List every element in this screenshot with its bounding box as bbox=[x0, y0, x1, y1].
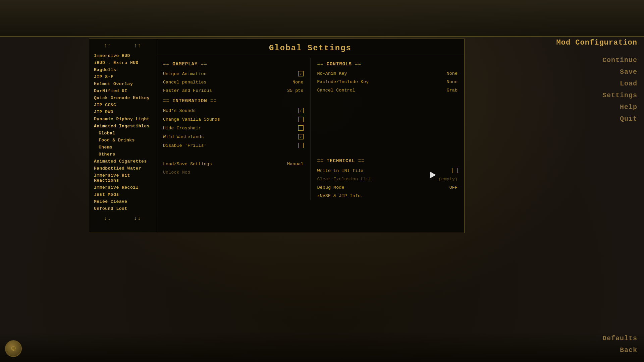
vanilla-sounds-row: Change Vanilla Sounds bbox=[163, 115, 304, 124]
cancel-control-value[interactable]: Grab bbox=[437, 88, 458, 93]
top-decorative-bar bbox=[0, 0, 644, 37]
write-ini-checkbox[interactable] bbox=[452, 168, 458, 173]
clear-exclusion-value: (empty) bbox=[437, 177, 458, 182]
mods-sounds-label: Mod's Sounds bbox=[163, 108, 298, 113]
continue-button[interactable]: Continue bbox=[602, 55, 637, 65]
mod-list-item[interactable]: Immersive Hit Reactions bbox=[89, 172, 156, 184]
mod-list-item[interactable]: Food & Drinks bbox=[89, 137, 156, 144]
mod-list-item[interactable]: Quick Grenade Hotkey bbox=[89, 95, 156, 102]
controls-header: == CONTROLS == bbox=[317, 61, 458, 67]
scroll-up-header: ↑↑ ↑↑ bbox=[89, 42, 156, 52]
mod-list-item[interactable]: Immersive Recoil bbox=[89, 184, 156, 191]
faster-furious-row: Faster and Furious 35 pts bbox=[163, 86, 304, 95]
mod-list-item[interactable]: Helmet Overlay bbox=[89, 80, 156, 87]
save-button[interactable]: Save bbox=[620, 67, 637, 77]
mod-list-item[interactable]: Chems bbox=[89, 144, 156, 151]
vault-boy-face: ☺ bbox=[11, 345, 15, 353]
defaults-button[interactable]: Defaults bbox=[602, 333, 637, 344]
debug-mode-row: Debug Mode OFF bbox=[317, 183, 458, 192]
settings-right-col: == CONTROLS == No-Anim Key None Exclude/… bbox=[311, 58, 465, 200]
mod-list-item[interactable]: DarNified UI bbox=[89, 87, 156, 95]
load-save-row: Load/Save Settings Manual bbox=[163, 160, 304, 168]
cancel-penalties-label: Cancel penalties bbox=[163, 80, 283, 85]
write-ini-label: Write In INI file bbox=[317, 168, 452, 173]
exclude-include-key-row: Exclude/Include Key None bbox=[317, 78, 458, 86]
bottom-decorative-bar bbox=[0, 332, 644, 362]
mod-list-item[interactable]: iHUD : Extra HUD bbox=[89, 59, 156, 66]
mod-list-item[interactable]: Handbottled Water bbox=[89, 165, 156, 172]
load-button[interactable]: Load bbox=[620, 78, 637, 89]
integration-header: == INTEGRATION == bbox=[163, 98, 304, 104]
help-button[interactable]: Help bbox=[620, 102, 637, 112]
cancel-penalties-row: Cancel penalties None bbox=[163, 78, 304, 86]
wild-wastelands-row: Wild Wastelands bbox=[163, 132, 304, 141]
mod-list-item[interactable]: Unfound Loot bbox=[89, 205, 156, 212]
unique-animation-label: Unique Animation bbox=[163, 71, 298, 76]
xnvse-info-label: xNVSE & JIP Info. bbox=[317, 193, 458, 198]
scroll-up-left-icon[interactable]: ↑↑ bbox=[104, 43, 111, 49]
mod-list-item[interactable]: Dynamic Pipboy Light bbox=[89, 116, 156, 123]
mod-list-item[interactable]: Just Mods bbox=[89, 191, 156, 198]
gameplay-header: == GAMEPLAY == bbox=[163, 61, 304, 67]
vault-boy-icon: ☺ bbox=[5, 340, 22, 357]
mod-list-panel: ↑↑ ↑↑ Immersive HUD iHUD : Extra HUD Rag… bbox=[89, 39, 156, 233]
mod-list-item[interactable]: JIP S-F bbox=[89, 73, 156, 80]
debug-mode-label: Debug Mode bbox=[317, 185, 438, 190]
write-ini-row: Write In INI file bbox=[317, 166, 458, 175]
right-sidebar: Mod Configuration Continue Save Load Set… bbox=[556, 39, 637, 124]
mod-list-item[interactable]: Others bbox=[89, 151, 156, 158]
mod-configuration-title: Mod Configuration bbox=[556, 39, 637, 47]
faster-furious-value[interactable]: 35 pts bbox=[283, 88, 304, 93]
unique-animation-row: Unique Animation bbox=[163, 69, 304, 78]
vanilla-sounds-label: Change Vanilla Sounds bbox=[163, 117, 298, 122]
xnvse-info-row: xNVSE & JIP Info. bbox=[317, 192, 458, 200]
clear-exclusion-label: Clear Exclusion List bbox=[317, 177, 438, 182]
load-save-label: Load/Save Settings bbox=[163, 162, 283, 167]
back-button[interactable]: Back bbox=[620, 345, 637, 355]
settings-button[interactable]: Settings bbox=[602, 90, 637, 101]
mod-list-item[interactable]: JIP RWO bbox=[89, 109, 156, 116]
wild-wastelands-checkbox[interactable] bbox=[298, 134, 304, 139]
clear-exclusion-row: Clear Exclusion List (empty) bbox=[317, 175, 458, 183]
technical-header: == TECHNICAL == bbox=[317, 158, 458, 164]
unlock-mod-row: Unlock Mod bbox=[163, 168, 304, 177]
bottom-right-buttons: Defaults Back bbox=[602, 333, 637, 355]
mod-list-item[interactable]: JIP CC&C bbox=[89, 102, 156, 109]
debug-mode-value[interactable]: OFF bbox=[437, 185, 458, 190]
mods-sounds-checkbox[interactable] bbox=[298, 108, 304, 113]
mod-list-item[interactable]: Melee Cleave bbox=[89, 198, 156, 205]
unique-animation-checkbox[interactable] bbox=[298, 71, 304, 76]
exclude-include-key-value[interactable]: None bbox=[437, 79, 458, 84]
disable-frills-label: Disable 'Frills' bbox=[163, 143, 298, 148]
settings-columns: == GAMEPLAY == Unique Animation Cancel p… bbox=[156, 56, 464, 202]
mod-list-item[interactable]: Ragdolls bbox=[89, 66, 156, 73]
settings-left-col: == GAMEPLAY == Unique Animation Cancel p… bbox=[156, 58, 311, 200]
scroll-up-right-icon[interactable]: ↑↑ bbox=[134, 43, 142, 49]
scroll-down-right-icon[interactable]: ↓↓ bbox=[134, 216, 142, 222]
faster-furious-label: Faster and Furious bbox=[163, 88, 283, 93]
vanilla-sounds-checkbox[interactable] bbox=[298, 117, 304, 122]
mod-list-item[interactable]: Animated Cigarettes bbox=[89, 158, 156, 165]
scroll-down-left-icon[interactable]: ↓↓ bbox=[104, 216, 111, 222]
load-save-value[interactable]: Manual bbox=[283, 162, 304, 167]
unlock-mod-label: Unlock Mod bbox=[163, 170, 304, 175]
scroll-down-footer: ↓↓ ↓↓ bbox=[89, 212, 156, 223]
no-anim-key-label: No-Anim Key bbox=[317, 71, 438, 76]
wild-wastelands-label: Wild Wastelands bbox=[163, 134, 298, 139]
quit-button[interactable]: Quit bbox=[620, 114, 637, 124]
mod-list-item[interactable]: Immersive HUD bbox=[89, 52, 156, 59]
hide-crosshair-label: Hide Crosshair bbox=[163, 126, 298, 131]
hide-crosshair-row: Hide Crosshair bbox=[163, 124, 304, 132]
settings-title: Global Settings bbox=[156, 39, 464, 56]
mod-list-item[interactable]: Global bbox=[89, 130, 156, 137]
no-anim-key-value[interactable]: None bbox=[437, 71, 458, 76]
cancel-control-label: Cancel Control bbox=[317, 88, 438, 93]
disable-frills-checkbox[interactable] bbox=[298, 143, 304, 148]
cancel-control-row: Cancel Control Grab bbox=[317, 86, 458, 95]
cancel-penalties-value[interactable]: None bbox=[283, 80, 304, 85]
mod-list-item[interactable]: Animated Ingestibles bbox=[89, 123, 156, 130]
settings-panel: Global Settings == GAMEPLAY == Unique An… bbox=[156, 39, 465, 233]
hide-crosshair-checkbox[interactable] bbox=[298, 125, 304, 131]
disable-frills-row: Disable 'Frills' bbox=[163, 141, 304, 150]
exclude-include-key-label: Exclude/Include Key bbox=[317, 79, 438, 84]
